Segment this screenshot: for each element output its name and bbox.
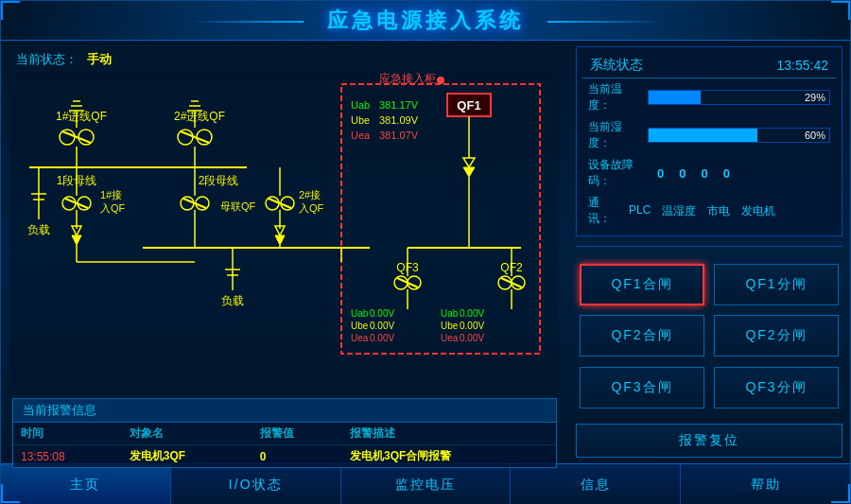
temp-label: 当前温度： [588,81,640,113]
left-panel: 当前状态： 手动 1#进线QF [1,41,568,463]
humidity-row: 当前湿度： 60% [582,116,836,154]
svg-text:QF1: QF1 [457,98,480,113]
fault-value-3: 0 [723,166,730,181]
svg-text:381.09V: 381.09V [379,114,419,126]
fault-value-1: 0 [679,166,686,181]
humidity-value: 60% [805,130,825,141]
alarm-header: 当前报警信息 [13,399,556,423]
svg-text:0.00V: 0.00V [370,321,394,331]
svg-text:Uea: Uea [441,333,459,343]
svg-text:1#进线QF: 1#进线QF [56,110,107,123]
panel-divider [576,246,842,247]
svg-text:0.00V: 0.00V [460,308,484,319]
svg-point-62 [437,77,444,84]
qf2_close-button[interactable]: QF2合闸 [580,315,704,356]
svg-text:母联QF: 母联QF [220,200,256,212]
qf1_close-button[interactable]: QF1合闸 [580,264,704,305]
nav-btn-home[interactable]: 主页 [1,464,171,504]
alarm-section: 当前报警信息 时间 对象名 报警值 报警描述 13:55:08发电机3QF0发电… [12,398,557,468]
comm-item-2: 市电 [707,203,730,219]
current-status-label: 当前状态： [16,51,78,68]
alarm-object: 发电机3QF [122,445,252,468]
comm-row: 通 讯： PLC温湿度市电发电机 [582,192,836,230]
alarm-desc: 发电机3QF合闸报警 [342,445,556,468]
temperature-row: 当前温度： 29% [582,78,836,116]
alarm-col-value: 报警值 [252,423,342,445]
control-buttons: QF1合闸QF1分闸QF2合闸QF2分闸QF3合闸QF3分闸 [576,256,842,416]
page-title: 应急电源接入系统 [327,7,524,35]
svg-text:负载: 负载 [221,294,244,307]
svg-text:负载: 负载 [27,223,50,236]
comm-items: PLC温湿度市电发电机 [629,203,775,219]
svg-text:0.00V: 0.00V [370,333,394,343]
svg-text:Uea: Uea [351,333,369,343]
nav-btn-info[interactable]: 信息 [511,464,681,504]
diagram-area: 1#进线QF 2#进线QF [10,73,559,394]
system-status-box: 系统状态 13:55:42 当前温度： 29% 当前湿度： 6 [576,46,842,236]
qf3_close-button[interactable]: QF3合闸 [580,367,704,408]
comm-item-1: 温湿度 [662,203,696,219]
alarm-col-desc: 报警描述 [342,423,556,445]
svg-text:Uab: Uab [351,308,369,319]
alarm-col-time: 时间 [13,423,122,445]
svg-text:Ube: Ube [351,114,370,126]
svg-text:Uea: Uea [351,130,371,141]
comm-item-3: 发电机 [741,203,775,219]
fault-value-0: 0 [657,166,664,181]
circuit-diagram: 1#进线QF 2#进线QF [10,73,559,394]
svg-text:入QF: 入QF [299,202,324,214]
alarm-row: 13:55:08发电机3QF0发电机3QF合闸报警 [13,445,556,468]
alarm-value: 0 [252,445,342,468]
alarm-reset-button[interactable]: 报警复位 [576,424,842,458]
svg-text:Ube: Ube [441,321,459,331]
svg-text:Uab: Uab [351,99,370,111]
alarm-time: 13:55:08 [13,445,122,468]
fault-values: 0000 [657,166,730,181]
alarm-col-object: 对象名 [122,423,252,445]
fault-value-2: 0 [701,166,707,181]
fault-label: 设备故障码： [588,157,650,189]
qf3_open-button[interactable]: QF3分闸 [714,367,839,408]
comm-item-0: PLC [629,203,651,219]
content-area: 当前状态： 手动 1#进线QF [1,41,850,463]
humidity-progress-fill [649,129,757,142]
svg-text:2段母线: 2段母线 [199,174,239,187]
svg-text:应急接入柜: 应急接入柜 [379,73,436,85]
temp-progress: 29% [648,90,830,105]
temp-value: 29% [805,92,825,103]
nav-btn-monitor[interactable]: 监控电压 [341,464,512,504]
svg-text:2#接: 2#接 [299,189,321,200]
status-bar: 当前状态： 手动 [7,46,563,73]
svg-text:381.17V: 381.17V [379,99,419,111]
nav-btn-io[interactable]: I/O状态 [171,464,341,504]
humidity-progress: 60% [648,128,830,143]
alarm-table: 时间 对象名 报警值 报警描述 13:55:08发电机3QF0发电机3QF合闸报… [13,423,556,467]
fault-row: 设备故障码： 0000 [582,154,836,192]
system-status-header: 系统状态 13:55:42 [582,53,836,78]
svg-text:381.07V: 381.07V [379,130,419,141]
main-container: 应急电源接入系统 当前状态： 手动 1#进线QF [0,0,851,504]
svg-text:入QF: 入QF [100,202,126,214]
nav-btn-help[interactable]: 帮助 [681,464,850,504]
svg-text:0.00V: 0.00V [460,333,484,343]
right-panel: 系统状态 13:55:42 当前温度： 29% 当前湿度： 6 [568,41,850,463]
qf1_open-button[interactable]: QF1分闸 [714,264,839,305]
svg-text:1#接: 1#接 [100,189,122,200]
system-status-title: 系统状态 [590,57,643,74]
svg-text:0.00V: 0.00V [460,321,484,331]
svg-text:0.00V: 0.00V [370,308,394,319]
comm-label: 通 讯： [588,195,621,227]
temp-progress-fill [649,91,701,104]
svg-text:Ube: Ube [351,321,369,331]
humidity-label: 当前湿度： [588,119,640,151]
svg-text:Uab: Uab [441,308,459,319]
corner-bl [1,484,20,503]
corner-br [831,484,850,503]
qf2_open-button[interactable]: QF2分闸 [714,315,839,356]
system-time: 13:55:42 [777,58,829,73]
title-bar: 应急电源接入系统 [1,1,850,41]
svg-text:2#进线QF: 2#进线QF [174,110,225,123]
current-status-value: 手动 [87,51,112,68]
bottom-nav: 主页I/O状态监控电压信息帮助 [1,463,850,504]
